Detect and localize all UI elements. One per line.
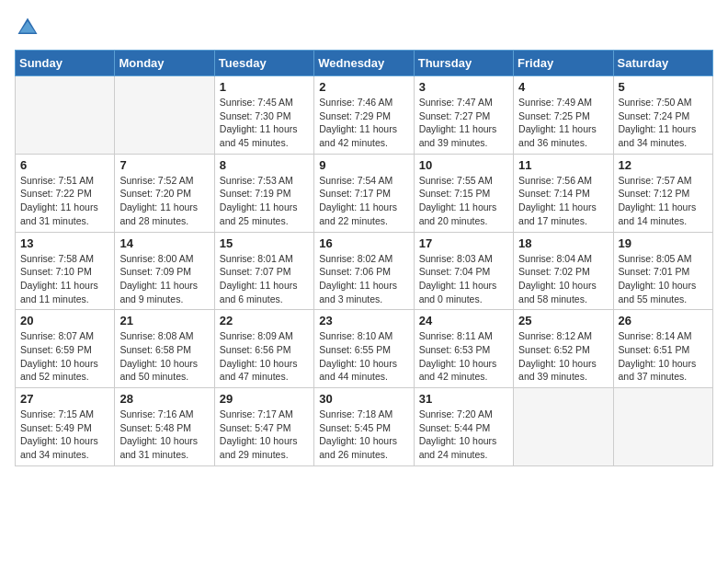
day-cell: 1Sunrise: 7:45 AMSunset: 7:30 PMDaylight… bbox=[214, 76, 313, 155]
day-cell: 14Sunrise: 8:00 AMSunset: 7:09 PMDayligh… bbox=[115, 232, 214, 310]
day-info: Sunrise: 7:51 AMSunset: 7:22 PMDaylight:… bbox=[20, 174, 109, 228]
week-row-1: 1Sunrise: 7:45 AMSunset: 7:30 PMDaylight… bbox=[16, 76, 713, 155]
day-number: 14 bbox=[119, 236, 209, 250]
day-header-tuesday: Tuesday bbox=[214, 51, 313, 76]
day-cell: 12Sunrise: 7:57 AMSunset: 7:12 PMDayligh… bbox=[613, 154, 712, 232]
day-info: Sunrise: 8:12 AMSunset: 6:52 PMDaylight:… bbox=[518, 329, 608, 384]
day-header-monday: Monday bbox=[115, 51, 214, 76]
day-cell: 8Sunrise: 7:53 AMSunset: 7:19 PMDaylight… bbox=[214, 154, 313, 232]
day-cell: 7Sunrise: 7:52 AMSunset: 7:20 PMDaylight… bbox=[115, 154, 214, 232]
calendar-header-row: SundayMondayTuesdayWednesdayThursdayFrid… bbox=[16, 51, 713, 76]
day-header-sunday: Sunday bbox=[16, 51, 115, 76]
day-header-saturday: Saturday bbox=[613, 51, 712, 76]
day-info: Sunrise: 8:09 AMSunset: 6:56 PMDaylight:… bbox=[220, 329, 309, 384]
day-number: 20 bbox=[20, 314, 109, 327]
day-cell: 9Sunrise: 7:54 AMSunset: 7:17 PMDaylight… bbox=[314, 154, 414, 232]
day-info: Sunrise: 7:18 AMSunset: 5:45 PMDaylight:… bbox=[319, 408, 408, 462]
day-cell: 11Sunrise: 7:56 AMSunset: 7:14 PMDayligh… bbox=[514, 154, 613, 232]
day-number: 11 bbox=[518, 158, 608, 172]
day-cell: 24Sunrise: 8:11 AMSunset: 6:53 PMDayligh… bbox=[414, 310, 513, 388]
day-cell: 20Sunrise: 8:07 AMSunset: 6:59 PMDayligh… bbox=[16, 310, 115, 388]
day-number: 7 bbox=[119, 158, 209, 172]
logo bbox=[15, 15, 44, 40]
day-cell: 30Sunrise: 7:18 AMSunset: 5:45 PMDayligh… bbox=[314, 388, 414, 466]
day-cell: 18Sunrise: 8:04 AMSunset: 7:02 PMDayligh… bbox=[514, 232, 613, 310]
day-info: Sunrise: 7:45 AMSunset: 7:30 PMDaylight:… bbox=[220, 96, 309, 150]
day-cell: 17Sunrise: 8:03 AMSunset: 7:04 PMDayligh… bbox=[414, 232, 513, 310]
day-cell: 31Sunrise: 7:20 AMSunset: 5:44 PMDayligh… bbox=[414, 388, 513, 466]
day-number: 9 bbox=[319, 158, 408, 172]
day-info: Sunrise: 8:00 AMSunset: 7:09 PMDaylight:… bbox=[119, 252, 209, 306]
day-cell bbox=[613, 388, 712, 466]
day-info: Sunrise: 7:17 AMSunset: 5:47 PMDaylight:… bbox=[220, 408, 309, 462]
day-cell bbox=[115, 76, 214, 155]
day-header-wednesday: Wednesday bbox=[314, 51, 414, 76]
day-cell: 10Sunrise: 7:55 AMSunset: 7:15 PMDayligh… bbox=[414, 154, 513, 232]
day-cell: 3Sunrise: 7:47 AMSunset: 7:27 PMDaylight… bbox=[414, 76, 513, 155]
day-number: 8 bbox=[220, 158, 309, 172]
day-number: 13 bbox=[20, 236, 109, 250]
day-info: Sunrise: 8:05 AMSunset: 7:01 PMDaylight:… bbox=[619, 252, 708, 306]
day-cell bbox=[16, 76, 115, 155]
day-number: 16 bbox=[319, 236, 408, 250]
day-info: Sunrise: 7:47 AMSunset: 7:27 PMDaylight:… bbox=[419, 96, 508, 150]
day-info: Sunrise: 8:10 AMSunset: 6:55 PMDaylight:… bbox=[319, 329, 408, 384]
day-info: Sunrise: 7:52 AMSunset: 7:20 PMDaylight:… bbox=[119, 174, 209, 228]
day-info: Sunrise: 7:56 AMSunset: 7:14 PMDaylight:… bbox=[518, 174, 608, 228]
week-row-5: 27Sunrise: 7:15 AMSunset: 5:49 PMDayligh… bbox=[16, 388, 713, 466]
day-cell: 5Sunrise: 7:50 AMSunset: 7:24 PMDaylight… bbox=[613, 76, 712, 155]
day-cell: 2Sunrise: 7:46 AMSunset: 7:29 PMDaylight… bbox=[314, 76, 414, 155]
day-number: 31 bbox=[419, 392, 508, 406]
day-header-friday: Friday bbox=[514, 51, 613, 76]
day-info: Sunrise: 7:55 AMSunset: 7:15 PMDaylight:… bbox=[419, 174, 508, 228]
week-row-4: 20Sunrise: 8:07 AMSunset: 6:59 PMDayligh… bbox=[16, 310, 713, 388]
logo-icon bbox=[15, 15, 40, 40]
day-number: 24 bbox=[419, 314, 508, 327]
day-info: Sunrise: 8:01 AMSunset: 7:07 PMDaylight:… bbox=[220, 252, 309, 306]
day-cell: 19Sunrise: 8:05 AMSunset: 7:01 PMDayligh… bbox=[613, 232, 712, 310]
day-number: 19 bbox=[619, 236, 708, 250]
page-header bbox=[15, 15, 713, 40]
day-info: Sunrise: 8:11 AMSunset: 6:53 PMDaylight:… bbox=[419, 329, 508, 384]
day-info: Sunrise: 8:04 AMSunset: 7:02 PMDaylight:… bbox=[518, 252, 608, 306]
week-row-3: 13Sunrise: 7:58 AMSunset: 7:10 PMDayligh… bbox=[16, 232, 713, 310]
day-number: 26 bbox=[619, 314, 708, 327]
day-number: 18 bbox=[518, 236, 608, 250]
day-cell: 6Sunrise: 7:51 AMSunset: 7:22 PMDaylight… bbox=[16, 154, 115, 232]
day-cell: 4Sunrise: 7:49 AMSunset: 7:25 PMDaylight… bbox=[514, 76, 613, 155]
day-number: 10 bbox=[419, 158, 508, 172]
day-number: 12 bbox=[619, 158, 708, 172]
day-cell: 28Sunrise: 7:16 AMSunset: 5:48 PMDayligh… bbox=[115, 388, 214, 466]
day-info: Sunrise: 7:58 AMSunset: 7:10 PMDaylight:… bbox=[20, 252, 109, 306]
day-info: Sunrise: 8:08 AMSunset: 6:58 PMDaylight:… bbox=[119, 329, 209, 384]
day-number: 22 bbox=[220, 314, 309, 327]
day-number: 15 bbox=[220, 236, 309, 250]
day-number: 5 bbox=[619, 80, 708, 94]
day-info: Sunrise: 7:16 AMSunset: 5:48 PMDaylight:… bbox=[119, 408, 209, 462]
day-number: 25 bbox=[518, 314, 608, 327]
day-cell: 25Sunrise: 8:12 AMSunset: 6:52 PMDayligh… bbox=[514, 310, 613, 388]
day-header-thursday: Thursday bbox=[414, 51, 513, 76]
day-cell: 27Sunrise: 7:15 AMSunset: 5:49 PMDayligh… bbox=[16, 388, 115, 466]
day-number: 29 bbox=[220, 392, 309, 406]
day-info: Sunrise: 8:07 AMSunset: 6:59 PMDaylight:… bbox=[20, 329, 109, 384]
day-number: 4 bbox=[518, 80, 608, 94]
day-number: 3 bbox=[419, 80, 508, 94]
day-number: 2 bbox=[319, 80, 408, 94]
day-number: 27 bbox=[20, 392, 109, 406]
day-cell: 22Sunrise: 8:09 AMSunset: 6:56 PMDayligh… bbox=[214, 310, 313, 388]
day-info: Sunrise: 7:49 AMSunset: 7:25 PMDaylight:… bbox=[518, 96, 608, 150]
day-cell bbox=[514, 388, 613, 466]
day-number: 28 bbox=[119, 392, 209, 406]
day-cell: 15Sunrise: 8:01 AMSunset: 7:07 PMDayligh… bbox=[214, 232, 313, 310]
day-info: Sunrise: 8:03 AMSunset: 7:04 PMDaylight:… bbox=[419, 252, 508, 306]
day-number: 21 bbox=[119, 314, 209, 327]
week-row-2: 6Sunrise: 7:51 AMSunset: 7:22 PMDaylight… bbox=[16, 154, 713, 232]
day-cell: 16Sunrise: 8:02 AMSunset: 7:06 PMDayligh… bbox=[314, 232, 414, 310]
day-cell: 29Sunrise: 7:17 AMSunset: 5:47 PMDayligh… bbox=[214, 388, 313, 466]
day-info: Sunrise: 8:02 AMSunset: 7:06 PMDaylight:… bbox=[319, 252, 408, 306]
day-info: Sunrise: 7:46 AMSunset: 7:29 PMDaylight:… bbox=[319, 96, 408, 150]
day-number: 17 bbox=[419, 236, 508, 250]
day-number: 1 bbox=[220, 80, 309, 94]
day-number: 6 bbox=[20, 158, 109, 172]
